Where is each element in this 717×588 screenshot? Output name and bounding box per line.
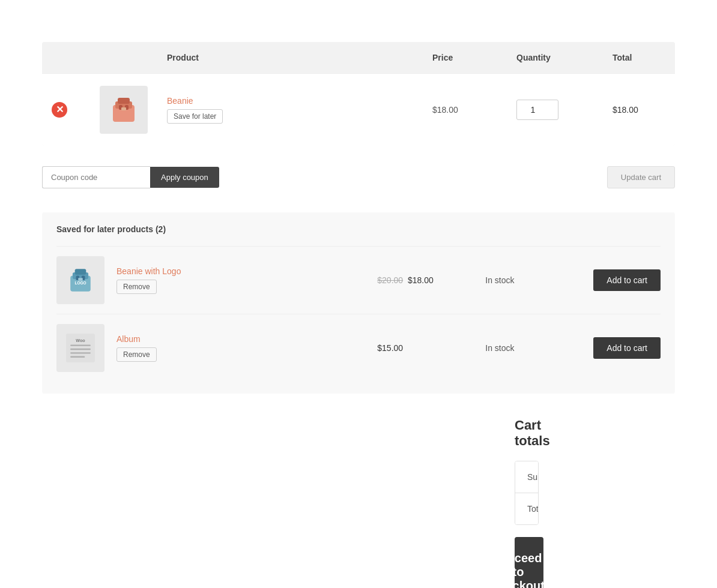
coupon-form: Apply coupon [42, 166, 219, 188]
cart-totals-section: Cart totals Subtotal $18.00 Total $18.00… [178, 418, 539, 588]
saved-item-album: Woo Album Remove $15.00 In stock Add to … [56, 314, 661, 382]
apply-coupon-button[interactable]: Apply coupon [150, 167, 219, 188]
total-label: Total [515, 493, 539, 524]
saved-item-beanie-with-logo: LOGO Beanie with Logo Remove $20.00 $18.… [56, 246, 661, 314]
saved-item-stock-album: In stock [485, 343, 581, 353]
proceed-to-checkout-button[interactable]: Proceed to checkout → [515, 537, 543, 588]
album-svg: Woo [64, 331, 97, 365]
album-price: $15.00 [377, 343, 403, 353]
svg-text:Woo: Woo [76, 338, 85, 343]
total-row: Total $18.00 [515, 493, 538, 524]
save-for-later-button[interactable]: Save for later [167, 109, 223, 124]
saved-item-details-beanie-logo: Beanie with Logo Remove [116, 266, 365, 294]
checkout-label: Proceed to checkout [492, 551, 545, 588]
saved-item-stock-beanie-logo: In stock [485, 275, 581, 285]
saved-for-later-title: Saved for later products (2) [56, 224, 661, 234]
remove-icon: ✕ [52, 102, 67, 118]
cart-item-beanie: ✕ [42, 74, 675, 146]
cart-totals-title: Cart totals [515, 418, 539, 449]
svg-rect-11 [78, 278, 82, 281]
saved-item-image-album: Woo [56, 324, 104, 372]
remove-item-button[interactable]: ✕ [52, 102, 67, 118]
svg-rect-15 [70, 344, 91, 346]
saved-item-price-beanie-logo: $20.00 $18.00 [377, 275, 473, 285]
col-header-quantity: Quantity [507, 42, 603, 74]
col-header-total: Total [603, 42, 675, 74]
totals-table: Subtotal $18.00 Total $18.00 [515, 461, 539, 525]
remove-saved-album-button[interactable]: Remove [116, 347, 157, 362]
svg-rect-16 [70, 349, 91, 350]
svg-rect-2 [118, 98, 130, 104]
update-cart-button[interactable]: Update cart [607, 166, 675, 188]
sale-price: $18.00 [408, 275, 434, 285]
saved-for-later-section: Saved for later products (2) LOGO Beanie… [42, 212, 675, 394]
svg-rect-17 [70, 352, 91, 353]
svg-rect-5 [121, 107, 126, 110]
beanie-image-svg [106, 92, 142, 128]
quantity-input[interactable] [516, 100, 558, 120]
item-price: $18.00 [423, 74, 507, 146]
cart-table: Product Price Quantity Total ✕ [42, 42, 675, 146]
col-header-remove [42, 42, 90, 74]
col-header-product: Product [157, 42, 423, 74]
col-header-image [90, 42, 157, 74]
saved-item-details-album: Album Remove [116, 334, 365, 362]
saved-item-name-album[interactable]: Album [116, 334, 365, 344]
saved-item-name-beanie-logo[interactable]: Beanie with Logo [116, 266, 365, 276]
product-image [100, 86, 148, 134]
checkout-arrow-icon: → [553, 565, 566, 580]
coupon-input[interactable] [42, 166, 150, 188]
add-to-cart-beanie-logo-button[interactable]: Add to cart [593, 269, 661, 291]
original-price: $20.00 [377, 275, 403, 285]
saved-item-image-beanie-logo: LOGO [56, 256, 104, 304]
col-header-price: Price [423, 42, 507, 74]
add-to-cart-album-button[interactable]: Add to cart [593, 337, 661, 359]
svg-rect-18 [70, 356, 85, 358]
subtotal-row: Subtotal $18.00 [515, 461, 538, 493]
coupon-row: Apply coupon Update cart [42, 160, 675, 200]
saved-item-price-album: $15.00 [377, 343, 473, 353]
product-name-link[interactable]: Beanie [167, 96, 413, 106]
beanie-with-logo-svg: LOGO [64, 263, 97, 297]
item-total: $18.00 [603, 74, 675, 146]
remove-saved-beanie-logo-button[interactable]: Remove [116, 280, 157, 294]
subtotal-label: Subtotal [515, 461, 539, 493]
svg-rect-8 [75, 269, 86, 274]
svg-text:LOGO: LOGO [74, 281, 86, 285]
